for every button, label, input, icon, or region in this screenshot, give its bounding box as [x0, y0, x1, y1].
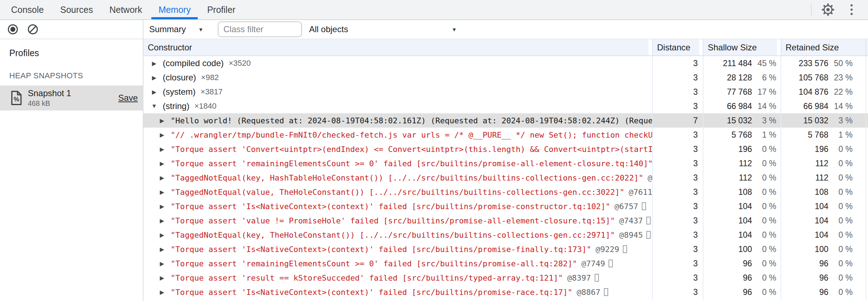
expand-arrow-icon[interactable]: ▶	[149, 89, 159, 95]
expand-arrow-icon[interactable]: ▶	[157, 232, 167, 238]
expand-arrow-icon[interactable]: ▶	[157, 246, 167, 253]
snapshot-size: 468 kB	[28, 99, 112, 108]
record-icon[interactable]	[8, 24, 18, 34]
column-header-retained-size[interactable]: Retained Size	[781, 39, 866, 55]
save-link[interactable]: Save	[118, 93, 138, 103]
column-header-distance[interactable]: Distance	[652, 39, 703, 55]
perspective-select[interactable]: Summary ▼	[149, 24, 203, 34]
collapse-arrow-icon[interactable]: ▼	[149, 103, 159, 109]
expand-arrow-icon[interactable]: ▶	[157, 132, 167, 138]
snapshot-list-item[interactable]: % Snapshot 1 468 kB Save	[0, 85, 143, 110]
expand-arrow-icon[interactable]: ▶	[157, 289, 167, 296]
expand-arrow-icon[interactable]: ▶	[157, 117, 167, 124]
expand-arrow-icon[interactable]: ▶	[157, 174, 167, 181]
expand-arrow-icon[interactable]: ▶	[157, 203, 167, 210]
retained-size-percent: 0 %	[828, 216, 853, 226]
string-preview: "Torque assert 'Is<NativeContext>(contex…	[171, 245, 591, 254]
grid-row-category[interactable]: ▼(string)×1840366 98414 %66 98414 %	[143, 99, 868, 113]
chevron-down-icon: ▼	[451, 26, 457, 33]
retained-size-percent: 1 %	[828, 130, 853, 140]
shallow-size-percent: 0 %	[752, 273, 776, 283]
grid-row-string[interactable]: ▶"Torque assert 'Is<NativeContext>(conte…	[143, 285, 868, 299]
shallow-size-value: 112	[703, 159, 752, 168]
grid-row-category[interactable]: ▶(closure)×982328 1286 %105 76823 %	[143, 70, 868, 85]
column-header-constructor[interactable]: Constructor	[143, 39, 652, 55]
missing-glyph-box-icon	[595, 274, 599, 282]
retained-size-value: 104 876	[781, 87, 828, 97]
retained-size-value: 108	[781, 187, 828, 197]
grid-row-string[interactable]: ▶"// .wrangler/tmp/bundle-FmNIt0/checked…	[143, 128, 868, 142]
shallow-size-percent: 45 %	[752, 59, 776, 68]
sidebar-toolbar	[0, 20, 143, 39]
row-gutter	[866, 199, 868, 213]
grid-row-string[interactable]: ▶"Torque assert 'Convert<uintptr>(endInd…	[143, 142, 868, 156]
gear-icon[interactable]	[821, 3, 835, 17]
clear-icon[interactable]	[28, 24, 38, 34]
distance-cell: 3	[652, 213, 703, 228]
row-gutter	[866, 113, 868, 128]
constructor-name: (system)	[163, 87, 196, 97]
tab-memory[interactable]: Memory	[151, 0, 198, 19]
retained-size-percent: 3 %	[828, 116, 853, 125]
grid-row-string[interactable]: ▶"Torque assert 'remainingElementsCount …	[143, 256, 868, 271]
object-id: @8	[648, 173, 652, 182]
string-preview: "TaggedNotEqual(key, TheHoleConstant()) …	[171, 231, 615, 240]
row-gutter	[866, 213, 868, 228]
retained-size-cell: 1080 %	[781, 185, 866, 199]
grid-row-category[interactable]: ▶(compiled code)×35203211 48445 %233 576…	[143, 56, 868, 70]
grid-row-string[interactable]: ▶"TaggedNotEqual(value, TheHoleConstant(…	[143, 185, 868, 199]
shallow-size-percent: 3 %	[752, 116, 776, 125]
missing-glyph-box-icon	[646, 217, 651, 224]
expand-arrow-icon[interactable]: ▶	[149, 74, 159, 81]
grid-row-category[interactable]: ▶(system)×3817377 76817 %104 87622 %	[143, 85, 868, 99]
tab-sources[interactable]: Sources	[53, 0, 100, 19]
shallow-size-value: 28 128	[703, 73, 752, 83]
string-preview: "TaggedNotEqual(key, HashTableHoleConsta…	[171, 173, 644, 182]
expand-arrow-icon[interactable]: ▶	[149, 60, 159, 67]
objects-scope-select[interactable]: All objects ▼	[309, 24, 457, 34]
class-filter-input[interactable]	[218, 21, 302, 37]
grid-row-string[interactable]: ▶"Torque assert 'Is<NativeContext>(conte…	[143, 199, 868, 213]
retained-size-cell: 960 %	[781, 285, 866, 299]
grid-row-string[interactable]: ▶"TaggedNotEqual(key, HashTableHoleConst…	[143, 171, 868, 185]
shallow-size-value: 66 984	[703, 102, 752, 111]
grid-row-string[interactable]: ▶"Hello world! (Requested at: 2024-08-19…	[143, 113, 868, 128]
retained-size-value: 5 768	[781, 130, 828, 140]
distance-cell: 3	[652, 142, 703, 156]
shallow-size-percent: 0 %	[752, 287, 776, 297]
grid-row-string[interactable]: ▶"Torque assert 'result == kStoreSuccede…	[143, 271, 868, 285]
profiles-sidebar: Profiles HEAP SNAPSHOTS % Snapshot 1 468…	[0, 20, 143, 301]
tab-network[interactable]: Network	[102, 0, 149, 19]
string-preview: "Torque assert 'remainingElementsCount >…	[171, 159, 652, 168]
retained-size-cell: 960 %	[781, 256, 866, 271]
shallow-size-value: 77 768	[703, 87, 752, 97]
distance-cell: 3	[652, 85, 703, 99]
expand-arrow-icon[interactable]: ▶	[157, 146, 167, 153]
shallow-size-value: 96	[703, 287, 752, 297]
retained-size-percent: 22 %	[828, 87, 853, 97]
devtools-tabbar: ConsoleSourcesNetworkMemoryProfiler	[0, 0, 868, 20]
expand-arrow-icon[interactable]: ▶	[157, 189, 167, 196]
shallow-size-value: 112	[703, 173, 752, 183]
kebab-menu-icon[interactable]	[844, 3, 859, 17]
distance-cell: 3	[652, 171, 703, 185]
shallow-size-cell: 1000 %	[703, 242, 781, 256]
grid-row-string[interactable]: ▶"TaggedNotEqual(key, TheHoleConstant())…	[143, 228, 868, 242]
shallow-size-value: 196	[703, 144, 752, 154]
expand-arrow-icon[interactable]: ▶	[157, 275, 167, 281]
expand-arrow-icon[interactable]: ▶	[157, 260, 167, 267]
tab-console[interactable]: Console	[4, 0, 51, 19]
tab-profiler[interactable]: Profiler	[200, 0, 242, 19]
kebab-dots	[851, 4, 853, 15]
distance-cell: 3	[652, 228, 703, 242]
retained-size-value: 15 032	[781, 116, 828, 125]
grid-row-string[interactable]: ▶"Torque assert 'remainingElementsCount …	[143, 156, 868, 171]
column-header-shallow-size[interactable]: Shallow Size	[703, 39, 781, 55]
distance-cell: 3	[652, 285, 703, 299]
expand-arrow-icon[interactable]: ▶	[157, 217, 167, 224]
grid-row-string[interactable]: ▶"Torque assert 'value != PromiseHole' f…	[143, 213, 868, 228]
retained-size-percent: 0 %	[828, 245, 853, 254]
expand-arrow-icon[interactable]: ▶	[157, 160, 167, 167]
grid-row-string[interactable]: ▶"Torque assert 'Is<NativeContext>(conte…	[143, 242, 868, 256]
distance-cell: 3	[652, 199, 703, 213]
